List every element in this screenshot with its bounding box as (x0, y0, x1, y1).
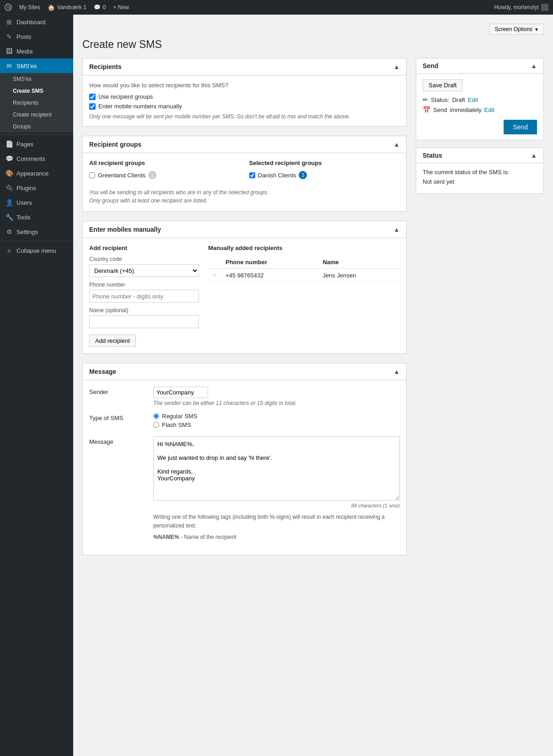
recipients-note: Only one message will be sent per mobile… (89, 113, 400, 120)
enter-manual-label: Enter mobile numbers manually (98, 103, 182, 110)
status-metabox: Status ▲ The current status of the SMS i… (416, 148, 544, 194)
danish-clients-checkbox[interactable] (249, 172, 255, 178)
dashboard-icon: ⊞ (5, 18, 13, 26)
comments-link[interactable]: 💬 0 (94, 4, 106, 11)
regular-sms-radio[interactable] (153, 413, 159, 419)
table-row: ✕ +45 98765432 Jens Jensen (208, 269, 400, 282)
sidebar-item-tools[interactable]: 🔧 Tools (0, 210, 73, 224)
message-label: Message (89, 437, 144, 445)
message-title: Message (89, 368, 116, 375)
save-draft-button[interactable]: Save Draft (423, 79, 462, 91)
recipients-metabox-header: Recipients ▲ (83, 59, 406, 75)
add-recipient-btn[interactable]: Add recipient (89, 335, 136, 347)
submenu-sms-list[interactable]: SMS'es (0, 73, 73, 85)
sms-type-row: Type of SMS Regular SMS Flash SMS (89, 413, 400, 430)
tags-note: Writing one of the following tags (inclu… (153, 513, 400, 542)
country-code-field: Country code Denmark (+45) (89, 256, 199, 277)
country-code-label: Country code (89, 256, 199, 262)
send-panel-toggle-btn[interactable]: ▲ (531, 62, 537, 69)
send-button[interactable]: Send (504, 120, 537, 134)
submenu-groups[interactable]: Groups (0, 121, 73, 133)
mobiles-layout: Add recipient Country code Denmark (+45)… (89, 245, 400, 347)
status-edit-link[interactable]: Edit (468, 96, 478, 103)
add-recipient-label: Add recipient (89, 245, 199, 251)
send-panel-header: Send ▲ (416, 59, 543, 74)
enter-mobiles-metabox: Enter mobiles manually ▲ Add recipient C… (82, 221, 407, 354)
enter-mobiles-toggle-btn[interactable]: ▲ (393, 226, 400, 233)
manual-recipients-column: Manually added recipients Phone number N… (208, 245, 400, 347)
sender-content: The sender can be either 11 characters o… (153, 387, 400, 406)
status-panel-title: Status (423, 152, 442, 159)
status-current-value: Not sent yet (423, 178, 537, 185)
recipient-groups-metabox: Recipient groups ▲ All recipient groups … (82, 136, 407, 212)
main-column: Recipients ▲ How would you like to selec… (82, 58, 407, 564)
groups-note-1: You will be sending to all recipients wh… (89, 188, 400, 197)
status-value: Draft (452, 96, 465, 103)
name-optional-label: Name (optional) (89, 307, 199, 314)
submenu-recipients[interactable]: Recipients (0, 97, 73, 109)
manual-recipients-table: Phone number Name ✕ +45 98765432 (208, 256, 400, 282)
sidebar-item-pages[interactable]: 📄 Pages (0, 137, 73, 151)
sidebar-item-plugins[interactable]: 🔌 Plugins (0, 181, 73, 195)
tag-name-desc: - Name of the recipient (181, 534, 236, 540)
recipients-metabox-body: How would you like to select recipients … (83, 75, 406, 126)
greenland-clients-checkbox[interactable] (89, 172, 95, 178)
selected-groups-column: Selected recipient groups Danish Clients… (249, 160, 400, 182)
phone-number-input[interactable] (89, 290, 199, 303)
comments-icon: 💬 (5, 155, 13, 162)
flash-sms-radio[interactable] (153, 422, 159, 428)
sidebar-item-settings[interactable]: ⚙ Settings (0, 224, 73, 239)
side-column: Send ▲ Save Draft ✏ Status: Draft Edit (416, 58, 544, 201)
wp-logo[interactable]: W (5, 4, 12, 11)
status-panel-body: The current status of the SMS is: Not se… (416, 163, 543, 193)
recipient-groups-header: Recipient groups ▲ (83, 136, 406, 153)
country-code-select[interactable]: Denmark (+45) (89, 264, 199, 277)
message-textarea[interactable]: Hi %NAME%, We just wanted to drop in and… (153, 437, 400, 500)
submenu-create-sms[interactable]: Create SMS (0, 85, 73, 97)
sidebar-item-comments[interactable]: 💬 Comments (0, 151, 73, 166)
media-icon: 🖼 (5, 48, 13, 55)
sidebar-item-users[interactable]: 👤 Users (0, 195, 73, 210)
remove-recipient-icon[interactable]: ✕ (212, 272, 217, 279)
message-content-row: Message Hi %NAME%, We just wanted to dro… (89, 437, 400, 542)
recipient-groups-toggle-btn[interactable]: ▲ (393, 141, 400, 148)
submenu-create-recipient[interactable]: Create recipient (0, 109, 73, 121)
enter-manual-checkbox[interactable] (89, 103, 96, 110)
collapse-menu-btn[interactable]: « Collapse menu (0, 243, 73, 258)
users-icon: 👤 (5, 199, 13, 206)
all-groups-label: All recipient groups (89, 160, 240, 166)
send-panel-body: Save Draft ✏ Status: Draft Edit 📅 Send i… (416, 74, 543, 140)
sidebar-item-media[interactable]: 🖼 Media (0, 44, 73, 59)
sidebar-item-appearance[interactable]: 🎨 Appearance (0, 166, 73, 181)
sidebar-item-dashboard[interactable]: ⊞ Dashboard (0, 15, 73, 29)
flash-sms-label: Flash SMS (162, 421, 191, 428)
manually-added-label: Manually added recipients (208, 245, 400, 251)
recipients-toggle-btn[interactable]: ▲ (393, 63, 400, 70)
sender-input[interactable] (153, 387, 208, 398)
use-groups-checkbox[interactable] (89, 94, 96, 100)
greenland-clients-item: Greenland Clients 1 (89, 171, 240, 179)
status-description: The current status of the SMS is: (423, 169, 537, 176)
howdy-text[interactable]: Howdy, mortenslyt (494, 4, 548, 11)
message-toggle-btn[interactable]: ▲ (393, 368, 400, 375)
site-name-link[interactable]: 🏠 Vandværk 1 (48, 4, 86, 11)
settings-icon: ⚙ (5, 228, 13, 235)
danish-clients-badge: 3 (299, 171, 307, 179)
groups-layout: All recipient groups Greenland Clients 1… (89, 160, 400, 182)
regular-sms-label: Regular SMS (162, 413, 197, 420)
message-metabox: Message ▲ Sender The sender can be eithe… (82, 363, 407, 555)
status-row: ✏ Status: Draft Edit (423, 96, 537, 103)
my-sites-link[interactable]: My Sites (19, 4, 40, 11)
status-panel-toggle-btn[interactable]: ▲ (531, 152, 537, 159)
recipients-question: How would you like to select recipients … (89, 82, 400, 89)
name-optional-input[interactable] (89, 315, 199, 328)
screen-options-bar: Screen Options ▼ (82, 24, 544, 35)
send-when-edit-link[interactable]: Edit (484, 106, 494, 113)
screen-options-button[interactable]: Screen Options ▼ (489, 24, 544, 35)
new-content-link[interactable]: + New (113, 4, 129, 11)
sms-submenu: SMS'es Create SMS Recipients Create reci… (0, 73, 73, 133)
sidebar-item-posts[interactable]: ✎ Posts (0, 29, 73, 44)
sidebar-item-smses[interactable]: ✉ SMS'es (0, 59, 73, 73)
enter-mobiles-body: Add recipient Country code Denmark (+45)… (83, 238, 406, 353)
greenland-clients-label: Greenland Clients (98, 172, 145, 179)
